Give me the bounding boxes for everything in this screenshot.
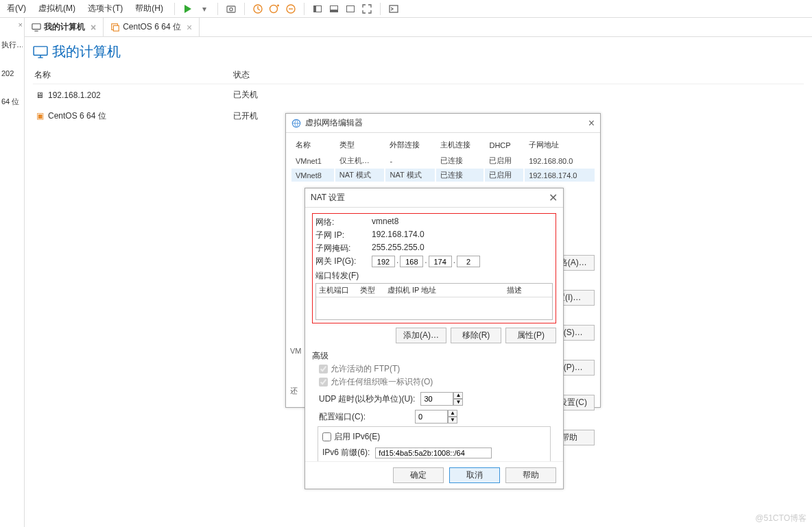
- dialog-title: NAT 设置: [311, 192, 345, 204]
- clock-icon[interactable]: [252, 3, 264, 15]
- remove-button[interactable]: 移除(R): [451, 328, 501, 343]
- tab-bar: 我的计算机 × CentOS 6 64 位 ×: [25, 18, 812, 37]
- spin-down-icon[interactable]: ▼: [453, 399, 463, 406]
- ip-seg-input[interactable]: [400, 256, 423, 267]
- svg-rect-9: [114, 25, 119, 31]
- globe-icon: [291, 119, 301, 128]
- sidebar-row: 202: [1, 69, 23, 77]
- label: 还: [290, 386, 298, 396]
- dialog-titlebar: NAT 设置 ✕: [305, 188, 563, 208]
- close-icon[interactable]: ×: [588, 117, 595, 130]
- close-icon[interactable]: ×: [187, 23, 192, 32]
- close-icon[interactable]: ×: [19, 21, 23, 29]
- vm-icon: ▣: [34, 111, 45, 121]
- col-header[interactable]: DHCP: [485, 137, 523, 153]
- config-port-label: 配置端口(C):: [319, 411, 366, 423]
- ipv6-prefix-label: IPv6 前缀(6):: [322, 447, 370, 458]
- sidebar-row: 64 位: [1, 97, 23, 107]
- ok-button[interactable]: 确定: [393, 467, 444, 483]
- vm-label: VM: [290, 347, 302, 355]
- advanced-label: 高级: [312, 350, 556, 362]
- spin-up-icon[interactable]: ▲: [448, 410, 457, 417]
- tab-label: 我的计算机: [44, 21, 85, 33]
- svg-marker-0: [184, 5, 191, 13]
- svg-point-2: [230, 8, 232, 10]
- label: 网关 IP(G):: [315, 256, 365, 267]
- col-header[interactable]: 类型: [335, 137, 385, 153]
- col-header[interactable]: 外部连接: [385, 137, 435, 153]
- col-header-name[interactable]: 名称: [33, 66, 232, 84]
- port-forward-label: 端口转发(F): [315, 270, 553, 282]
- port-forward-table: 主机端口 类型 虚拟机 IP 地址 描述: [315, 283, 553, 320]
- tab-centos[interactable]: CentOS 6 64 位 ×: [104, 18, 200, 36]
- svg-rect-1: [227, 6, 235, 12]
- cancel-button[interactable]: 取消: [449, 467, 500, 483]
- col-header[interactable]: 主机连接: [436, 137, 483, 153]
- svg-rect-7: [32, 23, 40, 29]
- menu-help[interactable]: 帮助(H): [131, 1, 167, 16]
- dialog-title: 虚拟网络编辑器: [305, 117, 363, 129]
- sidebar-row: 执行…: [1, 40, 23, 50]
- label: 网络:: [315, 217, 365, 228]
- label: 子网掩码:: [315, 243, 365, 254]
- menu-view[interactable]: 看(V): [3, 1, 30, 16]
- watermark: @51CTO博客: [755, 513, 807, 524]
- vm-icon: [110, 23, 120, 32]
- ipv6-group: 启用 IPv6(E) IPv6 前缀(6):: [318, 426, 551, 465]
- fullscreen-icon[interactable]: [361, 3, 373, 15]
- config-port-spinner[interactable]: ▲▼: [415, 410, 457, 424]
- add-button[interactable]: 添加(A)…: [396, 328, 446, 343]
- col-header[interactable]: 名称: [291, 137, 334, 153]
- menu-vm[interactable]: 虚拟机(M): [34, 1, 80, 16]
- ipv6-prefix-input[interactable]: [375, 448, 492, 458]
- col-header: 类型: [357, 284, 385, 297]
- clock-manage-icon[interactable]: [285, 3, 297, 15]
- svg-point-4: [270, 5, 278, 12]
- spin-up-icon[interactable]: ▲: [453, 392, 463, 399]
- col-header[interactable]: 子网地址: [525, 137, 595, 153]
- spin-down-icon[interactable]: ▼: [448, 417, 457, 424]
- col-header: 虚拟机 IP 地址: [385, 284, 460, 297]
- play-icon[interactable]: [182, 3, 194, 15]
- highlight-box: 网络:vmnet8 子网 IP:192.168.174.0 子网掩码:255.2…: [312, 213, 556, 323]
- gateway-ip-input[interactable]: . . .: [372, 256, 480, 267]
- enable-ipv6-checkbox[interactable]: 启用 IPv6(E): [322, 431, 546, 443]
- udp-timeout-label: UDP 超时(以秒为单位)(U):: [319, 393, 415, 405]
- allow-oui-checkbox[interactable]: 允许任何组织唯一标识符(O): [319, 376, 556, 388]
- dialog-titlebar: 虚拟网络编辑器 ×: [286, 114, 600, 133]
- layout-2-icon[interactable]: [328, 3, 340, 15]
- udp-timeout-input[interactable]: [420, 392, 453, 406]
- ip-seg-input[interactable]: [429, 256, 452, 267]
- layout-3-icon[interactable]: [344, 3, 357, 15]
- table-row[interactable]: 🖥192.168.1.202 已关机: [33, 84, 804, 106]
- monitor-icon: [33, 46, 48, 58]
- col-header-state[interactable]: 状态: [232, 66, 804, 84]
- table-row[interactable]: VMnet1仅主机…-已连接已启用192.168.80.0: [291, 154, 595, 167]
- allow-ftp-checkbox[interactable]: 允许活动的 FTP(T): [319, 363, 556, 375]
- left-panel: × 执行… 202 64 位: [0, 18, 25, 527]
- menu-tabs[interactable]: 选项卡(T): [84, 1, 127, 16]
- help-button[interactable]: 帮助: [505, 467, 556, 483]
- label: 子网 IP:: [315, 230, 365, 241]
- properties-button[interactable]: 属性(P): [505, 328, 556, 343]
- config-port-input[interactable]: [415, 410, 448, 424]
- value: vmnet8: [372, 217, 398, 228]
- close-icon[interactable]: ×: [91, 23, 96, 32]
- col-header: 描述: [504, 284, 525, 297]
- vm-icon: 🖥: [34, 90, 45, 100]
- clock-add-icon[interactable]: [268, 3, 280, 15]
- ip-seg-input[interactable]: [372, 256, 395, 267]
- monitor-icon: [32, 23, 41, 32]
- tab-home[interactable]: 我的计算机 ×: [25, 18, 104, 36]
- layout-1-icon[interactable]: [311, 3, 324, 15]
- nat-settings-dialog: NAT 设置 ✕ 网络:vmnet8 子网 IP:192.168.174.0 子…: [304, 188, 564, 489]
- menubar: 看(V) 虚拟机(M) 选项卡(T) 帮助(H) ▾: [0, 0, 812, 18]
- udp-timeout-spinner[interactable]: ▲▼: [420, 392, 463, 406]
- console-icon[interactable]: [387, 3, 400, 15]
- close-icon[interactable]: ✕: [549, 191, 558, 204]
- snapshot-icon[interactable]: [225, 3, 237, 15]
- dropdown-icon[interactable]: ▾: [198, 3, 211, 15]
- value: 255.255.255.0: [372, 243, 425, 254]
- tab-label: CentOS 6 64 位: [123, 21, 181, 33]
- ip-seg-input[interactable]: [457, 256, 480, 267]
